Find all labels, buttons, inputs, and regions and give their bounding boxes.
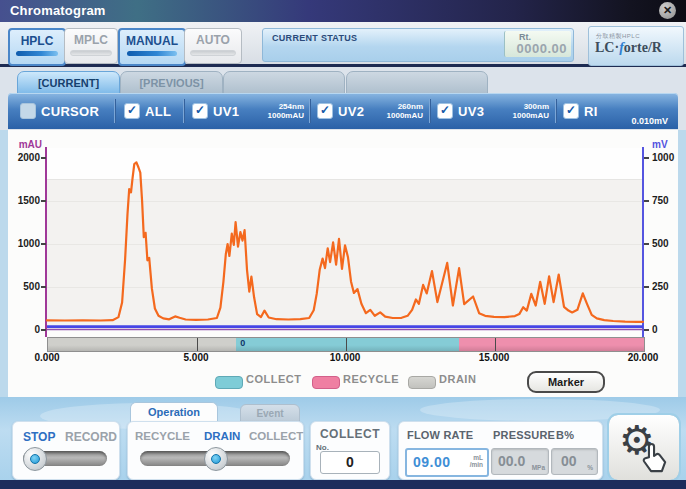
- settings-button[interactable]: ⚙: [608, 414, 680, 481]
- cursor-toggle[interactable]: CURSOR: [20, 103, 99, 119]
- timeline-tick: [346, 338, 347, 351]
- collect-legend-label: COLLECT: [246, 373, 301, 385]
- pressure-field: 00.0 MPa: [491, 448, 549, 475]
- valve-slider[interactable]: [140, 451, 290, 466]
- run-slider-knob[interactable]: [23, 447, 47, 471]
- toolbar-divider: [309, 99, 310, 123]
- all-toggle[interactable]: ✓ ALL: [124, 103, 171, 119]
- all-checkbox-icon[interactable]: ✓: [124, 103, 140, 119]
- window-title: Chromatogram: [10, 3, 106, 18]
- current-status-label: CURRENT STATUS: [272, 33, 357, 43]
- y-left-unit-label: mAU: [16, 139, 42, 150]
- uv3-wavelength: 300nm: [489, 102, 549, 111]
- cursor-checkbox-icon[interactable]: [20, 103, 36, 119]
- hplc-indicator: [16, 51, 58, 56]
- uv3-checkbox-icon[interactable]: ✓: [437, 103, 453, 119]
- uv1-label: UV1: [213, 104, 239, 119]
- collect-label[interactable]: COLLECT: [249, 430, 303, 442]
- y-left-tick-label: 2000: [10, 152, 40, 163]
- collect-counter-title: COLLECT: [311, 427, 389, 441]
- toolbar-divider: [114, 99, 115, 123]
- trace-toolbar: CURSOR ✓ ALL ✓ UV1 254nm 1000mAU ✓ UV2 2…: [8, 93, 678, 129]
- y-left-tick-label: 1500: [10, 195, 40, 206]
- drain-label[interactable]: DRAIN: [204, 430, 240, 442]
- x-tick-label: 20.000: [628, 352, 659, 363]
- recycle-swatch: [312, 376, 340, 389]
- pressure-label: PRESSURE: [493, 429, 555, 441]
- gridline: [47, 244, 643, 245]
- auto-button[interactable]: AUTO: [184, 28, 242, 64]
- uv2-range: 1000mAU: [363, 111, 423, 120]
- y-right-tick-label: 1000: [652, 152, 674, 163]
- y-right-tick-label: 0: [652, 324, 658, 335]
- pressure-value: 00.0: [498, 453, 525, 469]
- app-window: Chromatogram ✕ HPLC MPLC MANUAL AUTO CUR…: [0, 0, 686, 489]
- tab-blank-1[interactable]: [223, 71, 345, 95]
- uv3-settings: 300nm 1000mAU: [489, 102, 549, 120]
- x-tick-label: 0.000: [34, 352, 59, 363]
- y-right-tick-label: 500: [652, 238, 669, 249]
- timeline-tick: [197, 338, 198, 351]
- recycle-label[interactable]: RECYCLE: [135, 430, 190, 442]
- manual-label: MANUAL: [120, 34, 184, 48]
- x-tick-label: 15.000: [479, 352, 510, 363]
- uv1-settings: 254nm 1000mAU: [244, 102, 304, 120]
- uv1-toggle[interactable]: ✓ UV1: [192, 103, 239, 119]
- y-left-tick-label: 500: [10, 281, 40, 292]
- collect-no-field[interactable]: 0: [320, 451, 380, 474]
- timeline-marker-label: 0: [240, 338, 245, 348]
- uv2-toggle[interactable]: ✓ UV2: [317, 103, 364, 119]
- uv1-checkbox-icon[interactable]: ✓: [192, 103, 208, 119]
- timeline-segment-recycle: [459, 338, 644, 351]
- mplc-button[interactable]: MPLC: [64, 28, 118, 64]
- hplc-button[interactable]: HPLC: [8, 28, 66, 66]
- timeline-tick: [495, 338, 496, 351]
- flow-rate-field[interactable]: 09.00 mL /min: [405, 448, 489, 477]
- recycle-legend-label: RECYCLE: [343, 373, 399, 385]
- manual-button[interactable]: MANUAL: [118, 28, 186, 66]
- uv2-settings: 260nm 1000mAU: [363, 102, 423, 120]
- uv2-wavelength: 260nm: [363, 102, 423, 111]
- pump-readout-panel: FLOW RATE PRESSURE B% 09.00 mL /min 00.0…: [398, 421, 603, 480]
- y-right-tick-mark: [644, 243, 649, 245]
- y-axis-left: [45, 147, 47, 337]
- auto-label: AUTO: [185, 33, 241, 47]
- manual-indicator: [127, 51, 177, 56]
- y-right-tick-mark: [644, 329, 649, 331]
- record-label[interactable]: RECORD: [65, 430, 117, 444]
- valve-slider-knob[interactable]: [204, 447, 228, 471]
- run-slider[interactable]: [23, 451, 107, 466]
- current-status-panel: CURRENT STATUS Rt. 0000.00: [262, 28, 574, 62]
- drain-swatch: [408, 376, 436, 389]
- pressure-unit: MPa: [532, 464, 545, 471]
- hand-pointer-icon: [641, 441, 671, 473]
- timeline-strip[interactable]: 0: [47, 337, 645, 352]
- x-tick-label: 5.000: [183, 352, 208, 363]
- ri-checkbox-icon[interactable]: ✓: [563, 103, 579, 119]
- uv2-checkbox-icon[interactable]: ✓: [317, 103, 333, 119]
- uv3-label: UV3: [458, 104, 484, 119]
- y-left-tick-mark: [41, 200, 46, 202]
- tab-blank-2[interactable]: [346, 71, 488, 95]
- mplc-label: MPLC: [65, 33, 117, 47]
- uv1-wavelength: 254nm: [244, 102, 304, 111]
- tab-operation[interactable]: Operation: [130, 402, 218, 422]
- ri-toggle[interactable]: ✓ RI: [563, 103, 598, 119]
- y-left-tick-label: 1000: [10, 238, 40, 249]
- marker-button[interactable]: Marker: [527, 371, 605, 393]
- y-left-tick-mark: [41, 157, 46, 159]
- uv3-toggle[interactable]: ✓ UV3: [437, 103, 484, 119]
- logo-main-text: LC·forte/R: [595, 40, 662, 56]
- tab-current[interactable]: [CURRENT]: [17, 71, 120, 95]
- run-control-panel: STOP RECORD: [12, 421, 120, 480]
- gridline: [47, 287, 643, 288]
- y-right-tick-mark: [644, 200, 649, 202]
- stop-label[interactable]: STOP: [23, 430, 55, 444]
- all-label: ALL: [145, 104, 171, 119]
- close-icon[interactable]: ✕: [659, 2, 676, 19]
- y-left-tick-mark: [41, 243, 46, 245]
- toolbar-divider: [183, 99, 184, 123]
- y-left-tick-mark: [41, 286, 46, 288]
- flow-rate-unit: mL /min: [470, 454, 483, 468]
- tab-previous[interactable]: [PREVIOUS]: [120, 71, 223, 95]
